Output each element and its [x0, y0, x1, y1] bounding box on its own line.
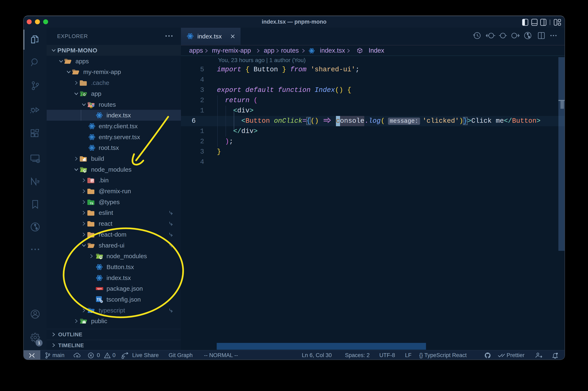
svg-text:npm: npm: [97, 288, 102, 290]
svg-text:10: 10: [91, 181, 93, 182]
svg-text:TS: TS: [90, 202, 93, 205]
svg-text:TS: TS: [91, 310, 94, 313]
svg-text:JS: JS: [84, 170, 86, 172]
svg-text:JS: JS: [99, 256, 102, 258]
